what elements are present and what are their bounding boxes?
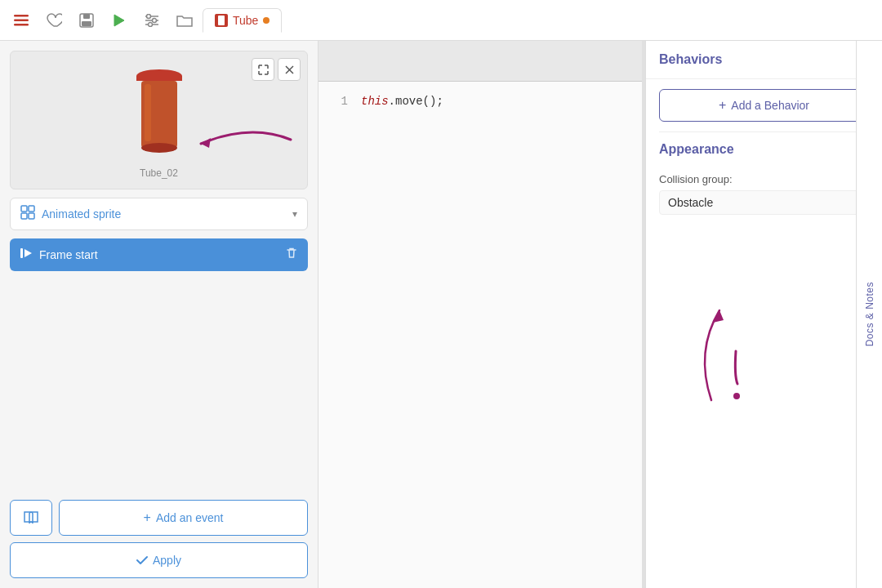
- behaviors-title: Behaviors: [659, 52, 722, 67]
- svg-rect-0: [14, 15, 29, 17]
- annotation-arrow: [185, 115, 299, 164]
- code-toolbar: [318, 41, 645, 82]
- svg-rect-12: [218, 16, 225, 25]
- svg-rect-1: [14, 19, 29, 21]
- collision-group-value: Obstacle: [659, 190, 869, 215]
- menu-icon[interactable]: [7, 6, 36, 35]
- tab-unsaved-dot: [263, 17, 270, 24]
- collision-group: Collision group: Obstacle: [659, 167, 869, 221]
- tube-tab-icon: [215, 14, 228, 27]
- event-row: + Add an event: [10, 500, 308, 536]
- svg-marker-20: [201, 138, 211, 148]
- behaviors-header: Behaviors ▾: [646, 41, 882, 79]
- svg-rect-22: [29, 206, 34, 212]
- favorites-icon[interactable]: [39, 6, 69, 35]
- close-preview-button[interactable]: [278, 58, 301, 81]
- svg-rect-24: [29, 213, 34, 219]
- frame-start-icon: [20, 247, 33, 263]
- main-content: Tube_02 Animated sprite ▾: [0, 41, 882, 588]
- apply-button[interactable]: Apply: [10, 542, 308, 578]
- appearance-title: Appearance: [659, 142, 734, 157]
- code-keyword-this: this: [361, 95, 389, 108]
- collision-group-label: Collision group:: [659, 173, 869, 185]
- sprite-preview: Tube_02: [10, 51, 308, 189]
- add-event-plus: +: [144, 510, 151, 525]
- svg-point-11: [149, 22, 153, 26]
- svg-rect-2: [14, 24, 29, 26]
- apply-label: Apply: [153, 554, 181, 567]
- save-icon[interactable]: [72, 6, 101, 35]
- sprite-name-label: Tube_02: [140, 167, 178, 179]
- svg-point-19: [141, 143, 177, 153]
- svg-rect-16: [136, 76, 182, 81]
- tube-sprite: [127, 61, 192, 159]
- frame-start-row[interactable]: Frame start: [10, 238, 308, 271]
- expand-preview-button[interactable]: [252, 58, 274, 81]
- spacer: [10, 279, 308, 492]
- add-behavior-button[interactable]: + Add a Behavior: [659, 89, 869, 122]
- center-panel: 1 this.move();: [318, 41, 645, 588]
- folder-icon[interactable]: [170, 6, 199, 35]
- right-panel: Behaviors ▾ + Add a Behavior Appearance …: [645, 41, 882, 588]
- tab-tube[interactable]: Tube: [203, 8, 282, 33]
- svg-rect-21: [21, 206, 27, 212]
- bottom-buttons: + Add an event Apply: [10, 500, 308, 578]
- behaviors-title-row: Behaviors ▾: [659, 52, 869, 67]
- annotation-exclamation: [662, 270, 826, 416]
- docs-notes-label: Docs & Notes: [864, 282, 875, 346]
- frame-start-delete-button[interactable]: [285, 247, 298, 263]
- code-method: .move();: [389, 95, 443, 108]
- sprite-icon: [20, 205, 35, 223]
- animated-sprite-chevron: ▾: [292, 208, 297, 220]
- add-event-button[interactable]: + Add an event: [59, 500, 308, 536]
- topbar: Tube: [0, 0, 882, 41]
- add-behavior-label: Add a Behavior: [731, 99, 809, 112]
- appearance-header: Appearance ▴: [659, 131, 869, 167]
- appearance-section: Appearance ▴ Collision group: Obstacle: [646, 131, 882, 221]
- svg-rect-25: [20, 248, 23, 258]
- svg-rect-23: [21, 213, 27, 219]
- animated-sprite-dropdown[interactable]: Animated sprite ▾: [10, 198, 308, 230]
- code-editor[interactable]: 1 this.move();: [318, 82, 645, 121]
- left-panel: Tube_02 Animated sprite ▾: [0, 41, 318, 588]
- add-behavior-plus: +: [719, 98, 726, 113]
- book-button[interactable]: [10, 500, 52, 536]
- line-number: 1: [332, 95, 348, 108]
- code-line[interactable]: this.move();: [361, 95, 443, 108]
- play-icon[interactable]: [105, 6, 134, 35]
- sliders-icon[interactable]: [137, 6, 167, 35]
- tab-tube-label: Tube: [233, 14, 258, 27]
- svg-point-10: [153, 18, 157, 22]
- svg-rect-18: [145, 84, 151, 141]
- svg-point-27: [733, 393, 740, 399]
- svg-point-9: [147, 14, 151, 18]
- svg-rect-5: [82, 21, 91, 26]
- preview-actions: [252, 58, 301, 81]
- svg-marker-26: [713, 310, 724, 323]
- svg-rect-4: [83, 14, 90, 19]
- add-event-label: Add an event: [156, 511, 224, 524]
- frame-start-label: Frame start: [39, 248, 278, 261]
- animated-sprite-label: Animated sprite: [42, 207, 286, 220]
- docs-notes-tab[interactable]: Docs & Notes: [856, 41, 882, 588]
